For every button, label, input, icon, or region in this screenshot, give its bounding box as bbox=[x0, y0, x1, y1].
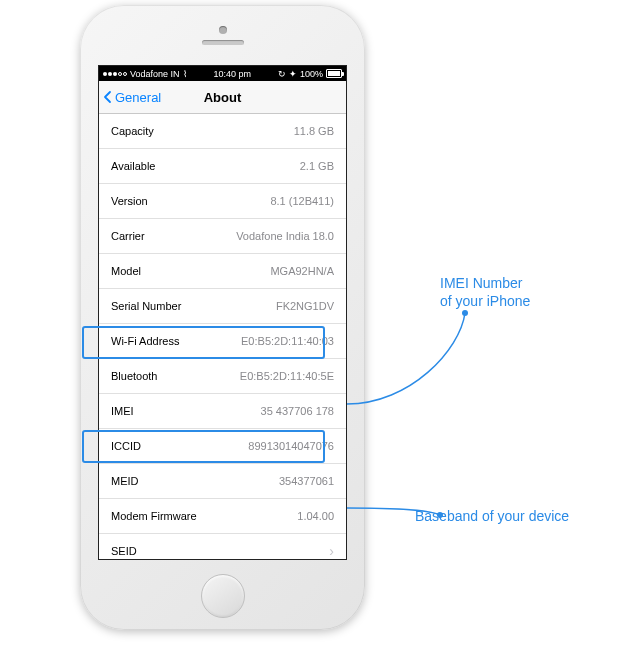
earpiece-speaker bbox=[202, 40, 244, 45]
row-version: Version8.1 (12B411) bbox=[99, 184, 346, 219]
row-seid[interactable]: SEID› bbox=[99, 534, 346, 559]
status-bar: Vodafone IN ⌇ 10:40 pm ↻ ✦ 100% bbox=[99, 66, 346, 81]
wifi-icon: ⌇ bbox=[183, 69, 187, 79]
annotation-baseband: Baseband of your device bbox=[415, 508, 569, 524]
home-button[interactable] bbox=[201, 574, 245, 618]
signal-strength-icon bbox=[103, 72, 127, 76]
navigation-bar: General About bbox=[99, 81, 346, 114]
status-carrier: Vodafone IN bbox=[130, 69, 180, 79]
row-meid: MEID354377061 bbox=[99, 464, 346, 499]
row-capacity: Capacity11.8 GB bbox=[99, 114, 346, 149]
device-top bbox=[202, 5, 244, 65]
about-group-main: Capacity11.8 GB Available2.1 GB Version8… bbox=[99, 114, 346, 559]
chevron-left-icon bbox=[101, 90, 115, 104]
row-imei: IMEI35 437706 178 bbox=[99, 394, 346, 429]
status-time: 10:40 pm bbox=[213, 69, 251, 79]
row-available: Available2.1 GB bbox=[99, 149, 346, 184]
row-bluetooth: BluetoothE0:B5:2D:11:40:5E bbox=[99, 359, 346, 394]
orientation-lock-icon: ↻ bbox=[278, 69, 286, 79]
annotation-imei: IMEI Number of your iPhone bbox=[440, 275, 530, 310]
back-label: General bbox=[115, 90, 161, 105]
chevron-right-icon: › bbox=[329, 543, 334, 559]
row-carrier: CarrierVodafone India 18.0 bbox=[99, 219, 346, 254]
battery-icon bbox=[326, 69, 342, 78]
row-model: ModelMGA92HN/A bbox=[99, 254, 346, 289]
status-battery: 100% bbox=[300, 69, 323, 79]
row-serial-number: Serial NumberFK2NG1DV bbox=[99, 289, 346, 324]
front-camera bbox=[219, 26, 227, 34]
bluetooth-icon: ✦ bbox=[289, 69, 297, 79]
row-iccid: ICCID89913014047076 bbox=[99, 429, 346, 464]
device-screen: Vodafone IN ⌇ 10:40 pm ↻ ✦ 100% General … bbox=[98, 65, 347, 560]
row-wifi-address: Wi-Fi AddressE0:B5:2D:11:40:03 bbox=[99, 324, 346, 359]
back-button[interactable]: General bbox=[99, 90, 161, 105]
row-modem-firmware: Modem Firmware1.04.00 bbox=[99, 499, 346, 534]
svg-point-0 bbox=[462, 310, 468, 316]
iphone-device-frame: Vodafone IN ⌇ 10:40 pm ↻ ✦ 100% General … bbox=[80, 5, 365, 630]
about-list: Capacity11.8 GB Available2.1 GB Version8… bbox=[99, 114, 346, 559]
